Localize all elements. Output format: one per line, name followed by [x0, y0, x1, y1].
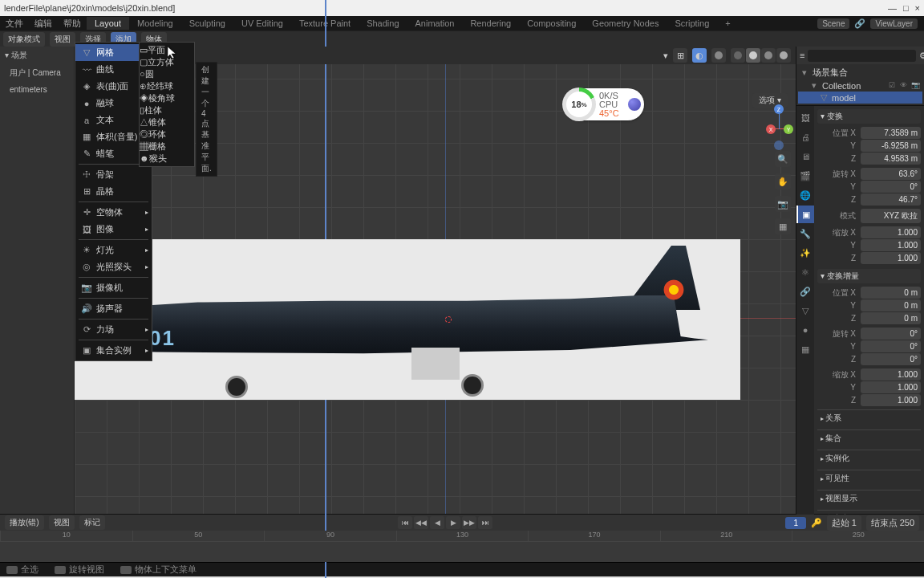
solid-shade-icon[interactable] [746, 48, 760, 63]
rot-z-field[interactable]: 46.7° [861, 193, 921, 206]
proptab-constraint[interactable]: 🔗 [796, 283, 814, 300]
ws-scripting[interactable]: Scripting [667, 17, 717, 30]
wire-shade-icon[interactable] [731, 48, 745, 63]
matprev-shade-icon[interactable] [761, 48, 776, 63]
ws-shading[interactable]: Shading [359, 17, 407, 30]
mode-dropdown[interactable]: 对象模式 [3, 32, 45, 47]
dscale-y-field[interactable]: 1.000 [861, 381, 921, 393]
camera-view-icon[interactable]: 📷 [775, 196, 791, 212]
move-view-icon[interactable]: ✋ [775, 173, 791, 189]
render-icon[interactable]: 📷 [911, 81, 921, 91]
submenu-icosphere[interactable]: ◈棱角球 [140, 92, 194, 104]
proptab-render[interactable]: 🖼 [796, 109, 814, 127]
window-min[interactable]: — [888, 3, 897, 13]
addmenu-light[interactable]: ☀灯光 [75, 242, 152, 258]
outliner-scene-collection[interactable]: ▾ 场景集合 [798, 66, 922, 79]
jump-end-icon[interactable]: ⏭ [478, 516, 492, 529]
next-key-icon[interactable]: ▶▶ [462, 516, 476, 529]
panel-viewport-display[interactable]: 视图显示 [817, 490, 921, 507]
autokey-icon[interactable]: 🔑 [811, 518, 822, 528]
window-max[interactable]: □ [903, 3, 909, 13]
exclude-icon[interactable]: ☑ [889, 81, 898, 91]
rot-y-field[interactable]: 0° [861, 181, 921, 193]
ws-compositing[interactable]: Compositing [519, 17, 584, 30]
submenu-cylinder[interactable]: ▯柱体 [140, 104, 194, 116]
proptab-object[interactable]: ▣ [796, 206, 814, 223]
ws-add[interactable]: + [717, 17, 738, 30]
ws-layout[interactable]: Layout [87, 17, 129, 30]
proptab-data[interactable]: ▽ [796, 302, 814, 320]
outliner-filter2-icon[interactable]: ⚙ [919, 51, 924, 61]
scale-z-field[interactable]: 1.000 [861, 252, 921, 264]
timeline-marker[interactable]: 标记 [79, 515, 105, 530]
dloc-y-field[interactable]: 0 m [861, 299, 921, 311]
gizmo-x-icon[interactable]: X [766, 124, 776, 134]
dscale-x-field[interactable]: 1.000 [861, 368, 921, 381]
proptab-material[interactable]: ● [796, 321, 814, 339]
timeline-ruler[interactable]: 105090130170210250 [0, 531, 924, 542]
outliner-filter-icon[interactable]: ≡ [800, 51, 804, 60]
rot-x-field[interactable]: 63.6° [861, 168, 921, 180]
outliner-search[interactable] [808, 50, 916, 62]
gizmo-toggle-icon[interactable]: ▾ [663, 51, 668, 61]
proptab-modifier[interactable]: 🔧 [796, 225, 814, 242]
render-shade-icon[interactable] [776, 48, 791, 63]
start-frame-field[interactable]: 起始 1 [827, 515, 861, 531]
cpu-ball-icon[interactable] [628, 98, 641, 111]
perspective-icon[interactable]: ▦ [775, 218, 791, 234]
ws-animation[interactable]: Animation [407, 17, 463, 30]
window-close[interactable]: × [915, 3, 920, 13]
ws-rendering[interactable]: Rendering [462, 17, 519, 30]
submenu-monkey[interactable]: ☻猴头 [140, 153, 194, 165]
dloc-x-field[interactable]: 0 m [861, 287, 921, 299]
proptab-output[interactable]: 🖨 [796, 128, 814, 146]
reference-image[interactable]: 2001 [75, 239, 740, 400]
menu-edit[interactable]: 编辑 [29, 18, 58, 30]
camera-node[interactable]: 用户 | Camera [0, 64, 74, 82]
proptab-texture[interactable]: ▦ [796, 340, 814, 358]
scene-selector[interactable]: Scene [817, 18, 849, 29]
menu-help[interactable]: 帮助 [58, 18, 87, 30]
menu-file[interactable]: 文件 [0, 18, 29, 30]
ws-modeling[interactable]: Modeling [129, 17, 181, 30]
ws-geonodes[interactable]: Geometry Nodes [584, 17, 667, 30]
xray-icon[interactable]: ◐ [692, 48, 707, 63]
submenu-circle[interactable]: ○圆 [140, 68, 194, 80]
scene-link-icon[interactable]: 🔗 [854, 18, 865, 29]
transform-panel-header[interactable]: ▾ 变换 [817, 109, 921, 124]
ws-sculpting[interactable]: Sculpting [181, 17, 233, 30]
end-frame-field[interactable]: 结束点 250 [866, 515, 919, 531]
viewlayer-selector[interactable]: ViewLayer [870, 18, 918, 29]
proptab-viewlayer[interactable]: 🖥 [796, 148, 814, 165]
loc-x-field[interactable]: 7.3589 m [861, 127, 921, 139]
proptab-particles[interactable]: ✨ [796, 244, 814, 262]
jump-start-icon[interactable]: ⏮ [398, 516, 412, 529]
addmenu-empty[interactable]: ✛空物体 [75, 204, 152, 221]
addmenu-collection[interactable]: ▣集合实例 [75, 342, 152, 359]
outliner-model[interactable]: ▽ model [798, 92, 922, 104]
eye-icon[interactable]: 👁 [900, 81, 910, 91]
submenu-uvsphere[interactable]: ⊕经纬球 [140, 80, 194, 92]
timeline-view[interactable]: 视图 [49, 515, 75, 530]
panel-instancing[interactable]: 实例化 [817, 450, 921, 466]
loc-z-field[interactable]: 4.9583 m [861, 153, 921, 165]
hdr-view[interactable]: 视图 [50, 32, 75, 47]
timeline-playback[interactable]: 播放(错) [5, 515, 44, 530]
delta-panel-header[interactable]: ▾ 变换增量 [817, 269, 921, 283]
panel-visibility[interactable]: 可见性 [817, 470, 921, 486]
scene-node[interactable]: 场景 [0, 47, 74, 64]
drot-x-field[interactable]: 0° [861, 328, 921, 340]
gizmo-y-icon[interactable]: Y [784, 124, 793, 134]
proptab-scene[interactable]: 🎬 [796, 167, 814, 185]
play-icon[interactable]: ▶ [446, 516, 460, 529]
panel-collections[interactable]: 集合 [817, 429, 921, 446]
drot-z-field[interactable]: 0° [861, 353, 921, 365]
prev-key-icon[interactable]: ◀◀ [414, 516, 428, 529]
addmenu-image[interactable]: 🖼图像 [75, 221, 152, 238]
dscale-z-field[interactable]: 1.000 [861, 394, 921, 406]
addmenu-probe[interactable]: ◎光照探头 [75, 258, 152, 275]
addmenu-lattice[interactable]: ⊞晶格 [75, 183, 152, 200]
outliner-collection[interactable]: ▾ Collection ☑👁📷 [798, 79, 922, 92]
addmenu-camera[interactable]: 📷摄像机 [75, 279, 152, 296]
overlay-icon[interactable]: ⊞ [673, 48, 687, 63]
